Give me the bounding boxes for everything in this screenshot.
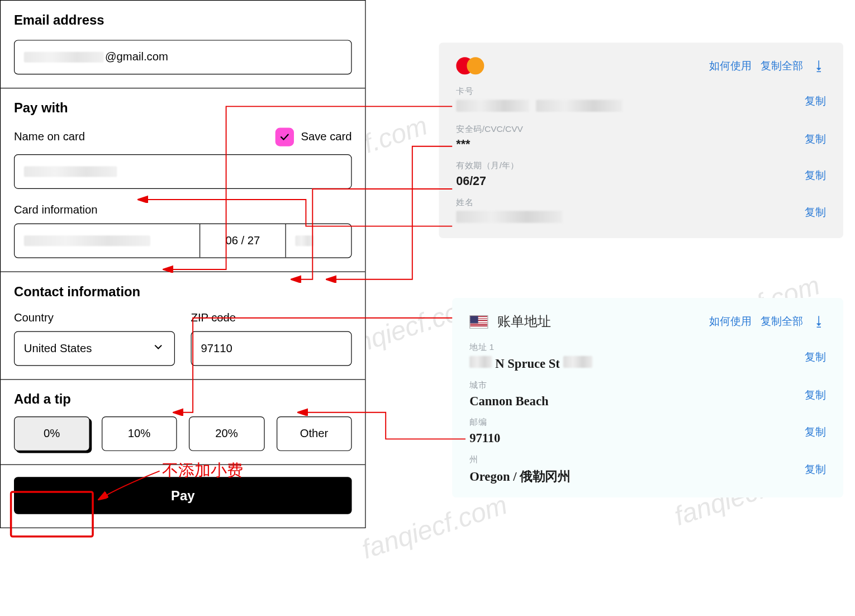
mastercard-icon <box>456 57 484 74</box>
pay-button[interactable]: Pay <box>14 477 352 514</box>
card-number-row: 卡号 复制 <box>456 85 826 115</box>
card-number-masked <box>24 235 150 246</box>
zip-value: 97110 <box>201 342 232 356</box>
pay-with-section: Pay with Name on card Save card Card inf… <box>1 88 365 272</box>
tip-section: Add a tip 0% 10% 20% Other <box>1 380 365 465</box>
cvv-value: *** <box>456 138 826 151</box>
cvv-label: 安全码/CVC/CVV <box>456 123 826 135</box>
country-select[interactable]: United States <box>14 331 175 366</box>
tip-option-0[interactable]: 0% <box>14 416 89 451</box>
copy-card-number[interactable]: 复制 <box>805 94 826 108</box>
zip-label: ZIP code <box>191 311 352 325</box>
city-label: 城市 <box>469 379 826 391</box>
save-card-checkbox[interactable] <box>276 127 294 146</box>
checkout-form: Email address @gmail.com Pay with Name o… <box>0 0 366 528</box>
pay-with-label: Pay with <box>14 101 352 116</box>
card-info-label: Card information <box>14 203 352 217</box>
copy-city[interactable]: 复制 <box>805 388 826 402</box>
copy-addr-zip[interactable]: 复制 <box>805 426 826 440</box>
card-number-label: 卡号 <box>456 85 826 97</box>
copy-cvv[interactable]: 复制 <box>805 132 826 146</box>
copy-cardholder[interactable]: 复制 <box>805 206 826 220</box>
addr1-row: 地址 1 N Spruce St 复制 <box>469 341 826 371</box>
card-info-field: 06 / 27 <box>14 224 352 258</box>
email-field[interactable]: @gmail.com <box>14 40 352 74</box>
download-icon[interactable]: ⭳ <box>813 58 826 73</box>
city-value: Cannon Beach <box>469 394 826 408</box>
card-cvc-input[interactable] <box>286 224 352 258</box>
zip-field[interactable]: 97110 <box>191 331 352 366</box>
name-on-card-masked <box>24 167 117 177</box>
chevron-down-icon <box>151 340 165 357</box>
addr-zip-label: 邮编 <box>469 416 826 428</box>
city-row: 城市 Cannon Beach 复制 <box>469 379 826 408</box>
addr1-label: 地址 1 <box>469 341 826 353</box>
billing-address-panel: 账单地址 如何使用 复制全部 ⭳ 地址 1 N Spruce St 复制 城市 … <box>452 298 843 497</box>
email-section: Email address @gmail.com <box>1 1 365 88</box>
addr-copy-all-link[interactable]: 复制全部 <box>761 315 803 329</box>
card-number-input[interactable] <box>15 224 200 258</box>
save-card-toggle[interactable]: Save card <box>276 127 352 146</box>
expiry-label: 有效期（月/年） <box>456 160 826 172</box>
tip-option-other[interactable]: Other <box>276 416 352 451</box>
name-on-card-field[interactable] <box>14 154 352 189</box>
tip-option-20[interactable]: 20% <box>189 416 264 451</box>
state-value: Oregon / 俄勒冈州 <box>469 468 826 486</box>
copy-state[interactable]: 复制 <box>805 463 826 477</box>
how-to-use-link[interactable]: 如何使用 <box>709 59 752 73</box>
copy-all-link[interactable]: 复制全部 <box>761 59 803 73</box>
copy-expiry[interactable]: 复制 <box>805 169 826 183</box>
addr-download-icon[interactable]: ⭳ <box>813 314 826 329</box>
state-label: 州 <box>469 454 826 466</box>
watermark: fanqiecf.com <box>358 490 511 565</box>
copy-addr1[interactable]: 复制 <box>805 350 826 364</box>
email-masked <box>24 52 104 63</box>
check-icon <box>279 131 291 143</box>
pay-section: Pay <box>1 465 365 528</box>
tip-label: Add a tip <box>14 392 352 407</box>
country-label: Country <box>14 311 175 325</box>
tip-option-10[interactable]: 10% <box>101 416 177 451</box>
email-suffix: @gmail.com <box>105 50 168 64</box>
name-on-card-label: Name on card <box>14 130 85 144</box>
save-card-text: Save card <box>301 130 352 144</box>
cardholder-label: 姓名 <box>456 196 826 208</box>
cvv-row: 安全码/CVC/CVV *** 复制 <box>456 123 826 151</box>
contact-label: Contact information <box>14 284 352 299</box>
addr-zip-row: 邮编 97110 复制 <box>469 416 826 446</box>
country-value: United States <box>24 342 92 356</box>
addr-how-to-use-link[interactable]: 如何使用 <box>709 315 752 329</box>
expiry-value: 06/27 <box>456 174 826 188</box>
card-info-panel: 如何使用 复制全部 ⭳ 卡号 复制 安全码/CVC/CVV *** 复制 有效期… <box>439 42 843 238</box>
billing-address-title: 账单地址 <box>497 312 550 330</box>
cardholder-row: 姓名 复制 <box>456 196 826 226</box>
email-label: Email address <box>14 13 352 28</box>
contact-section: Contact information Country United State… <box>1 272 365 380</box>
card-expiry-input[interactable]: 06 / 27 <box>200 224 286 258</box>
addr-zip-value: 97110 <box>469 431 826 446</box>
expiry-row: 有效期（月/年） 06/27 复制 <box>456 160 826 188</box>
state-row: 州 Oregon / 俄勒冈州 复制 <box>469 454 826 486</box>
us-flag-icon <box>469 315 488 328</box>
addr1-mid: N Spruce St <box>495 357 560 371</box>
card-cvc-masked <box>295 235 314 246</box>
